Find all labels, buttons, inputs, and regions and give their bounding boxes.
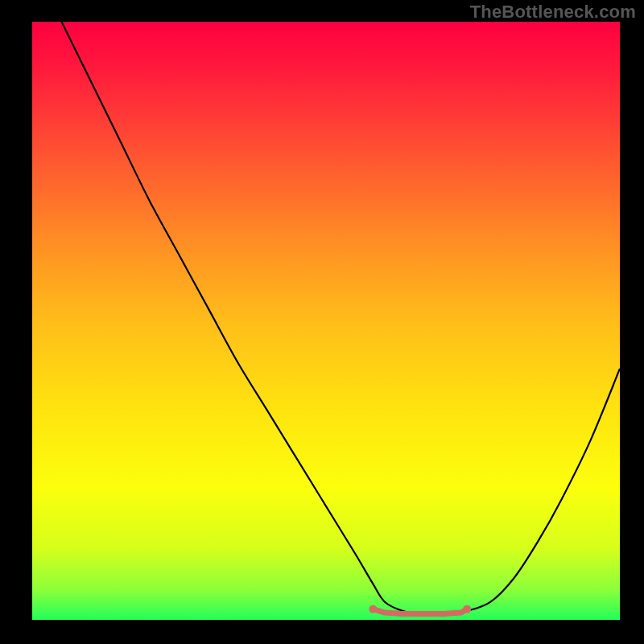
- attribution-text: TheBottleneck.com: [470, 2, 636, 23]
- chart-container: { "attribution": "TheBottleneck.com", "c…: [0, 0, 644, 644]
- svg-point-1: [369, 605, 377, 613]
- plot-background: [32, 22, 620, 620]
- svg-point-2: [463, 605, 471, 613]
- chart-svg: [0, 0, 644, 644]
